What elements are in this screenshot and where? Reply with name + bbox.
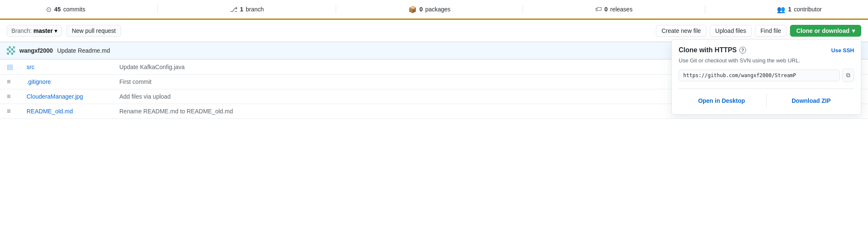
- file-name-cell: .gitignore: [20, 75, 113, 89]
- branch-name: master: [33, 27, 53, 34]
- contributors-count: 1: [788, 6, 791, 13]
- contributors-icon: 👥: [777, 5, 785, 13]
- branches-stat[interactable]: ⎇ 1 branch: [230, 5, 264, 13]
- clone-title-text: Clone with HTTPS: [679, 46, 737, 54]
- branch-icon: ⎇: [230, 5, 237, 13]
- clone-url-row: ⧉: [679, 69, 854, 82]
- releases-stat[interactable]: 🏷 0 releases: [595, 5, 633, 13]
- releases-count: 0: [604, 6, 608, 13]
- clone-header: Clone with HTTPS ? Use SSH: [679, 46, 854, 54]
- file-link[interactable]: .gitignore: [27, 78, 51, 85]
- repository-toolbar: Branch: master ▾ New pull request Create…: [0, 20, 868, 42]
- avatar: [7, 46, 15, 55]
- clone-description: Use Git or checkout with SVN using the w…: [679, 57, 854, 64]
- commit-author[interactable]: wangxf2000: [19, 47, 53, 54]
- divider-4: [705, 5, 705, 13]
- file-type-icon: ≡: [0, 89, 20, 104]
- commits-stat[interactable]: ⊙ 45 commits: [46, 5, 85, 13]
- commits-icon: ⊙: [46, 5, 51, 13]
- packages-count: 0: [419, 6, 423, 13]
- chevron-down-icon: ▾: [852, 27, 855, 34]
- branch-label: Branch:: [11, 27, 32, 34]
- releases-label: releases: [610, 6, 633, 13]
- divider-3: [523, 5, 523, 13]
- clone-dropdown-panel: Clone with HTTPS ? Use SSH Use Git or ch…: [671, 39, 861, 115]
- clone-actions: Open in Desktop Download ZIP: [679, 88, 854, 107]
- packages-stat[interactable]: 📦 0 packages: [408, 5, 450, 13]
- branches-count: 1: [240, 6, 243, 13]
- download-zip-button[interactable]: Download ZIP: [768, 94, 855, 107]
- folder-icon: ▤: [7, 63, 13, 70]
- file-name-cell: README_old.md: [20, 104, 113, 119]
- clone-help-icon[interactable]: ?: [739, 47, 746, 54]
- clone-or-download-label: Clone or download: [796, 27, 849, 34]
- file-name-cell: ClouderaManager.jpg: [20, 89, 113, 104]
- file-type-icon: ≡: [0, 75, 20, 89]
- stats-bar: ⊙ 45 commits ⎇ 1 branch 📦 0 packages 🏷 0…: [0, 0, 868, 20]
- file-icon: ≡: [7, 93, 11, 100]
- clone-actions-divider: [766, 94, 767, 107]
- open-in-desktop-button[interactable]: Open in Desktop: [679, 94, 765, 107]
- toolbar-left: Branch: master ▾ New pull request: [7, 25, 121, 37]
- branch-selector[interactable]: Branch: master ▾: [7, 25, 62, 37]
- clone-title: Clone with HTTPS ?: [679, 46, 746, 54]
- divider-1: [157, 5, 158, 13]
- new-pull-request-button[interactable]: New pull request: [66, 25, 121, 37]
- packages-icon: 📦: [408, 5, 417, 13]
- toolbar-right: Create new file Upload files Find file C…: [656, 25, 861, 37]
- file-icon: ≡: [7, 78, 11, 85]
- use-ssh-link[interactable]: Use SSH: [831, 47, 854, 54]
- file-type-icon: ▤: [0, 59, 20, 75]
- upload-files-button[interactable]: Upload files: [710, 25, 752, 37]
- create-new-file-button[interactable]: Create new file: [656, 25, 706, 37]
- packages-label: packages: [425, 6, 450, 13]
- commits-label: commits: [63, 6, 85, 13]
- branches-label: branch: [246, 6, 264, 13]
- divider-2: [336, 5, 336, 13]
- file-link[interactable]: ClouderaManager.jpg: [27, 93, 83, 100]
- contributors-label: contributor: [794, 6, 822, 13]
- clone-url-input[interactable]: [679, 70, 840, 81]
- find-file-button[interactable]: Find file: [755, 25, 787, 37]
- commits-count: 45: [54, 6, 61, 13]
- clone-or-download-button[interactable]: Clone or download ▾: [790, 25, 861, 37]
- chevron-down-icon: ▾: [54, 27, 57, 34]
- file-link[interactable]: src: [27, 64, 35, 70]
- copy-url-button[interactable]: ⧉: [842, 69, 854, 82]
- file-name-cell: src: [20, 59, 113, 75]
- releases-icon: 🏷: [595, 5, 602, 13]
- file-link[interactable]: README_old.md: [27, 108, 73, 115]
- commit-message: Update Readme.md: [57, 47, 110, 54]
- file-icon: ≡: [7, 107, 11, 115]
- contributors-stat[interactable]: 👥 1 contributor: [777, 5, 822, 13]
- file-type-icon: ≡: [0, 104, 20, 119]
- copy-icon: ⧉: [846, 72, 850, 78]
